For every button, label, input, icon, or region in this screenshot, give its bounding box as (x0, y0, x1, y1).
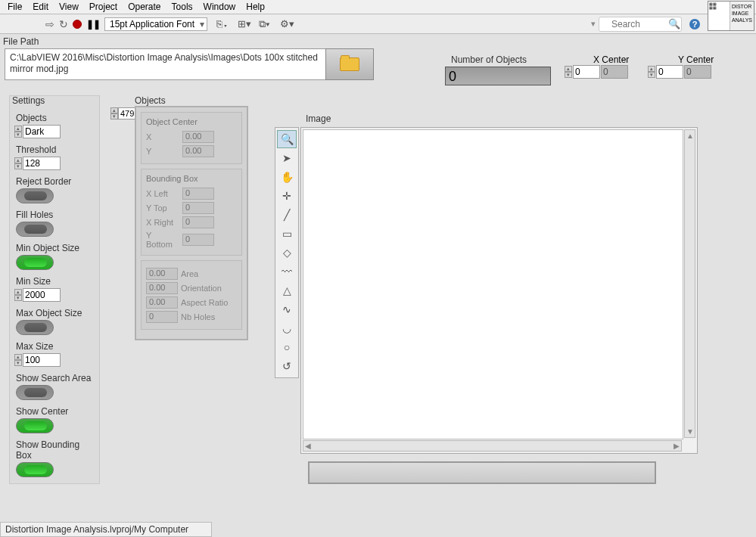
object-data-cluster: Object Center X0.00 Y0.00 Bounding Box X… (135, 106, 248, 340)
bb-xright-value: 0 (182, 216, 214, 228)
browse-button[interactable] (325, 48, 374, 80)
orientation-label: Orientation (181, 284, 234, 293)
polygon-tool-icon[interactable]: △ (277, 281, 297, 300)
distribute-icon[interactable]: ⊞▾ (238, 18, 251, 30)
orientation-value: 0.00 (146, 282, 178, 294)
pointer-tool-icon[interactable]: ➤ (277, 149, 297, 167)
threshold-input[interactable]: 128 (23, 157, 61, 170)
ycenter-spinner[interactable]: ▴▾ (648, 66, 655, 78)
menu-operate[interactable]: Operate (128, 2, 160, 12)
icon-editor[interactable]: ▦▦▦▦ DISTOR IMAGE ANALYS (708, 1, 754, 31)
bb-xleft-label: X Left (146, 189, 179, 198)
reorder-icon[interactable]: ⚙▾ (280, 18, 294, 30)
settings-cluster: Settings Objects ▴▾Dark Threshold ▴▾128 … (9, 95, 100, 484)
polyline-tool-icon[interactable]: 〰 (277, 262, 297, 281)
oval-tool-icon[interactable]: ○ (277, 338, 297, 356)
bbox-title: Bounding Box (146, 174, 237, 183)
rect-tool-icon[interactable]: ▭ (277, 225, 297, 243)
bb-ytop-label: Y Top (146, 203, 179, 213)
filepath-label: File Path (3, 36, 39, 47)
image-toolbar: 🔍 ➤ ✋ ✛ ╱ ▭ ◇ 〰 △ ∿ ◡ ○ ↺ (275, 127, 299, 378)
icon-label: DISTOR IMAGE ANALYS (730, 2, 754, 30)
holes-value: 0 (146, 311, 178, 323)
objects-array-label: Objects (135, 95, 166, 106)
abort-icon[interactable] (73, 20, 82, 29)
bb-ytop-value: 0 (182, 202, 214, 214)
max-size-spinner[interactable]: ▴▾ (14, 354, 22, 366)
menu-view[interactable]: View (59, 2, 79, 12)
objects-index-spinner[interactable]: ▴▾ (110, 107, 118, 120)
fill-holes-toggle[interactable] (16, 222, 54, 237)
threshold-spinner[interactable]: ▴▾ (14, 157, 22, 169)
min-size-spinner[interactable]: ▴▾ (14, 289, 22, 301)
filepath-input[interactable]: C:\LabVIEW 2016\Misc\Distortion Image An… (5, 48, 325, 80)
menu-tools[interactable]: Tools (172, 2, 193, 12)
reject-border-toggle[interactable] (16, 188, 54, 203)
ycenter-label: Y Center (678, 54, 714, 65)
max-obj-size-label: Max Object Size (16, 308, 96, 318)
freehand-tool-icon[interactable]: ∿ (277, 300, 297, 318)
threshold-label: Threshold (16, 144, 96, 155)
line-tool-icon[interactable]: ╱ (277, 206, 297, 224)
run-arrow-icon[interactable]: ⇨ (45, 18, 54, 30)
align-icon[interactable]: ⎘▾ (216, 18, 230, 30)
ycenter-input[interactable]: 0 (656, 65, 683, 79)
show-center-label: Show Center (16, 406, 96, 417)
num-objects-label: Number of Objects (451, 54, 527, 65)
bb-xleft-value: 0 (182, 188, 214, 200)
show-search-toggle[interactable] (16, 385, 54, 400)
objects-spinner[interactable]: ▴▾ (14, 126, 22, 138)
min-obj-size-toggle[interactable] (16, 255, 54, 270)
rotated-rect-tool-icon[interactable]: ◇ (277, 244, 297, 262)
object-center-title: Object Center (146, 117, 237, 126)
menu-file[interactable]: File (8, 2, 22, 12)
aspect-label: Aspect Ratio (181, 298, 234, 307)
menu-project[interactable]: Project (89, 2, 117, 12)
search-icon[interactable]: 🔍 (668, 18, 680, 29)
show-center-toggle[interactable] (16, 418, 54, 433)
menu-bar: File Edit View Project Operate Tools Win… (0, 0, 756, 14)
xcenter-group: ▴▾ 0 0 (565, 65, 628, 79)
xcenter-indicator: 0 (601, 65, 628, 79)
xcenter-input[interactable]: 0 (573, 65, 600, 79)
closed-freehand-tool-icon[interactable]: ↺ (277, 357, 297, 375)
max-obj-size-toggle[interactable] (16, 320, 54, 335)
menu-window[interactable]: Window (204, 2, 236, 12)
image-vscrollbar[interactable] (684, 129, 695, 438)
max-size-input[interactable]: 100 (23, 353, 61, 367)
xcenter-label: X Center (593, 54, 629, 65)
aspect-value: 0.00 (146, 296, 178, 309)
run-cont-icon[interactable]: ↻ (59, 18, 68, 30)
menu-edit[interactable]: Edit (33, 2, 48, 12)
show-bbox-label: Show Bounding Box (16, 439, 96, 461)
toolbar: ⇨ ↻ ❚❚ 15pt Application Font ⎘▾ ⊞▾ ⧉▾ ⚙▾… (0, 14, 756, 34)
crosshair-tool-icon[interactable]: ✛ (277, 187, 297, 205)
oc-y-value: 0.00 (182, 145, 214, 157)
num-objects-indicator: 0 (445, 67, 551, 85)
icon-grid: ▦▦▦▦ (708, 2, 730, 30)
menu-help[interactable]: Help (246, 2, 265, 12)
image-display[interactable] (300, 127, 698, 454)
image-label: Image (306, 113, 331, 124)
xcenter-spinner[interactable]: ▴▾ (565, 66, 572, 78)
area-value: 0.00 (146, 268, 178, 280)
ycenter-group: ▴▾ 0 0 (648, 65, 711, 79)
image-canvas-area[interactable] (303, 129, 683, 439)
oc-x-value: 0.00 (182, 131, 214, 143)
zoom-tool-icon[interactable]: 🔍 (277, 130, 297, 148)
resize-icon[interactable]: ⧉▾ (259, 18, 272, 30)
show-search-label: Show Search Area (16, 373, 96, 383)
help-icon[interactable]: ? (689, 19, 700, 29)
min-size-input[interactable]: 2000 (23, 288, 61, 302)
objects-input[interactable]: Dark (23, 125, 61, 138)
pan-tool-icon[interactable]: ✋ (277, 168, 297, 186)
search-caret-icon: ▾ (591, 19, 596, 29)
reject-border-label: Reject Border (16, 176, 96, 187)
image-hscrollbar[interactable] (303, 440, 682, 452)
bb-ybottom-value: 0 (182, 234, 214, 246)
show-bbox-toggle[interactable] (16, 462, 54, 477)
min-size-label: Min Size (16, 276, 96, 287)
pause-icon[interactable]: ❚❚ (86, 19, 100, 29)
annulus-tool-icon[interactable]: ◡ (277, 319, 297, 337)
font-selector[interactable]: 15pt Application Font (104, 17, 207, 31)
